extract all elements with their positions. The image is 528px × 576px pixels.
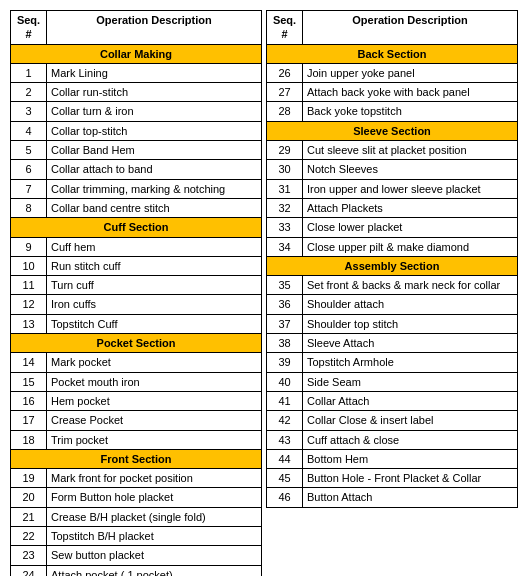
- seq-number: 28: [267, 102, 303, 121]
- operation-desc: Pocket mouth iron: [47, 372, 262, 391]
- table-row: 39Topstitch Armhole: [267, 353, 518, 372]
- table-row: 46Button Attach: [267, 488, 518, 507]
- section-header-cell: Pocket Section: [11, 334, 262, 353]
- table-row: 21Crease B/H placket (single fold): [11, 507, 262, 526]
- seq-number: 3: [11, 102, 47, 121]
- seq-number: 13: [11, 314, 47, 333]
- operation-desc: Collar Band Hem: [47, 141, 262, 160]
- seq-number: 39: [267, 353, 303, 372]
- seq-number: 26: [267, 63, 303, 82]
- operation-desc: Bottom Hem: [303, 449, 518, 468]
- operation-desc: Form Button hole placket: [47, 488, 262, 507]
- operation-desc: Collar trimming, marking & notching: [47, 179, 262, 198]
- table-row: 20Form Button hole placket: [11, 488, 262, 507]
- seq-number: 17: [11, 411, 47, 430]
- seq-number: 42: [267, 411, 303, 430]
- table-row: 30Notch Sleeves: [267, 160, 518, 179]
- table-row: 37Shoulder top stitch: [267, 314, 518, 333]
- seq-number: 21: [11, 507, 47, 526]
- section-header-row: Sleeve Section: [267, 121, 518, 140]
- table-row: 28Back yoke topstitch: [267, 102, 518, 121]
- operation-desc: Collar top-stitch: [47, 121, 262, 140]
- seq-number: 14: [11, 353, 47, 372]
- seq-number: 2: [11, 83, 47, 102]
- seq-number: 43: [267, 430, 303, 449]
- table-row: 33Close lower placket: [267, 218, 518, 237]
- operation-desc: Run stitch cuff: [47, 256, 262, 275]
- seq-number: 34: [267, 237, 303, 256]
- operation-desc: Crease B/H placket (single fold): [47, 507, 262, 526]
- table-row: 38Sleeve Attach: [267, 334, 518, 353]
- operation-desc: Collar Close & insert label: [303, 411, 518, 430]
- seq-number: 35: [267, 276, 303, 295]
- table-row: 17Crease Pocket: [11, 411, 262, 430]
- section-header-row: Front Section: [11, 449, 262, 468]
- seq-number: 1: [11, 63, 47, 82]
- seq-number: 19: [11, 469, 47, 488]
- table-row: 11Turn cuff: [11, 276, 262, 295]
- table-row: 19Mark front for pocket position: [11, 469, 262, 488]
- seq-number: 7: [11, 179, 47, 198]
- operation-desc: Attach back yoke with back panel: [303, 83, 518, 102]
- seq-number: 31: [267, 179, 303, 198]
- seq-number: 45: [267, 469, 303, 488]
- table-row: 34Close upper pilt & make diamond: [267, 237, 518, 256]
- seq-number: 41: [267, 391, 303, 410]
- seq-number: 46: [267, 488, 303, 507]
- table-row: 27Attach back yoke with back panel: [267, 83, 518, 102]
- operation-desc: Cuff attach & close: [303, 430, 518, 449]
- operation-desc: Collar Attach: [303, 391, 518, 410]
- operation-desc: Topstitch Cuff: [47, 314, 262, 333]
- section-header-row: Assembly Section: [267, 256, 518, 275]
- seq-number: 24: [11, 565, 47, 576]
- right-seq-header: Seq. #: [267, 11, 303, 45]
- operation-desc: Trim pocket: [47, 430, 262, 449]
- operation-desc: Join upper yoke panel: [303, 63, 518, 82]
- seq-number: 6: [11, 160, 47, 179]
- operation-desc: Sew button placket: [47, 546, 262, 565]
- operation-desc: Set front & backs & mark neck for collar: [303, 276, 518, 295]
- operation-desc: Shoulder top stitch: [303, 314, 518, 333]
- seq-number: 20: [11, 488, 47, 507]
- table-row: 23Sew button placket: [11, 546, 262, 565]
- seq-number: 18: [11, 430, 47, 449]
- operation-desc: Cut sleeve slit at placket position: [303, 141, 518, 160]
- section-header-row: Back Section: [267, 44, 518, 63]
- operation-desc: Close lower placket: [303, 218, 518, 237]
- table-row: 18Trim pocket: [11, 430, 262, 449]
- operation-desc: Crease Pocket: [47, 411, 262, 430]
- operation-desc: Mark Lining: [47, 63, 262, 82]
- left-op-header: Operation Description: [47, 11, 262, 45]
- operation-desc: Sleeve Attach: [303, 334, 518, 353]
- operation-desc: Cuff hem: [47, 237, 262, 256]
- seq-number: 8: [11, 198, 47, 217]
- table-row: 22Topstitch B/H placket: [11, 527, 262, 546]
- section-header-row: Cuff Section: [11, 218, 262, 237]
- seq-number: 22: [11, 527, 47, 546]
- seq-number: 16: [11, 391, 47, 410]
- operation-desc: Collar attach to band: [47, 160, 262, 179]
- table-row: 44Bottom Hem: [267, 449, 518, 468]
- seq-number: 27: [267, 83, 303, 102]
- operation-desc: Close upper pilt & make diamond: [303, 237, 518, 256]
- operation-desc: Iron upper and lower sleeve placket: [303, 179, 518, 198]
- section-header-cell: Assembly Section: [267, 256, 518, 275]
- section-header-cell: Back Section: [267, 44, 518, 63]
- operation-desc: Collar run-stitch: [47, 83, 262, 102]
- left-operations-table: Seq. # Operation Description Collar Maki…: [10, 10, 262, 576]
- table-row: 31Iron upper and lower sleeve placket: [267, 179, 518, 198]
- table-row: 43Cuff attach & close: [267, 430, 518, 449]
- operation-desc: Side Seam: [303, 372, 518, 391]
- table-row: 16Hem pocket: [11, 391, 262, 410]
- section-header-cell: Front Section: [11, 449, 262, 468]
- operation-desc: Collar turn & iron: [47, 102, 262, 121]
- seq-number: 10: [11, 256, 47, 275]
- table-row: 32Attach Plackets: [267, 198, 518, 217]
- operation-desc: Shoulder attach: [303, 295, 518, 314]
- operation-desc: Back yoke topstitch: [303, 102, 518, 121]
- table-row: 24Attach pocket ( 1 pocket): [11, 565, 262, 576]
- seq-number: 30: [267, 160, 303, 179]
- table-row: 42Collar Close & insert label: [267, 411, 518, 430]
- table-row: 35Set front & backs & mark neck for coll…: [267, 276, 518, 295]
- seq-number: 11: [11, 276, 47, 295]
